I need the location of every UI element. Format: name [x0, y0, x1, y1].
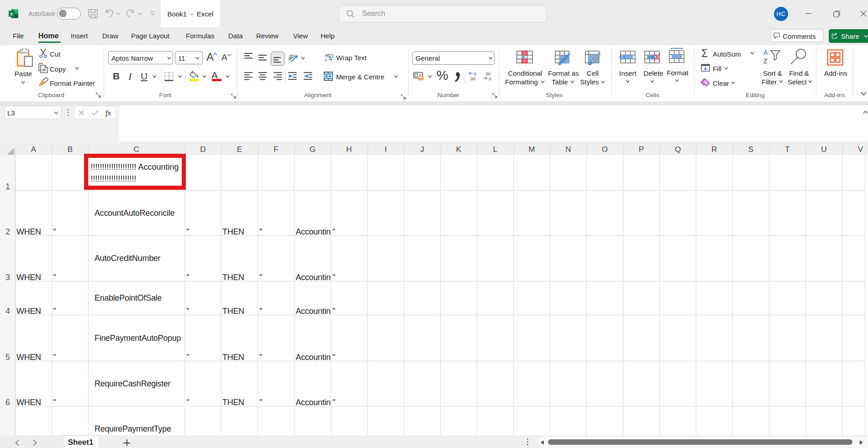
svg-text:.0: .0 [488, 76, 491, 81]
svg-text:c: c [325, 57, 327, 62]
svg-text:A: A [763, 49, 768, 56]
svg-text:.0: .0 [473, 71, 476, 76]
svg-text:x: x [10, 11, 13, 16]
svg-text:.00: .00 [469, 76, 475, 81]
svg-text:Z: Z [763, 57, 768, 65]
svg-text:.00: .00 [484, 71, 490, 76]
